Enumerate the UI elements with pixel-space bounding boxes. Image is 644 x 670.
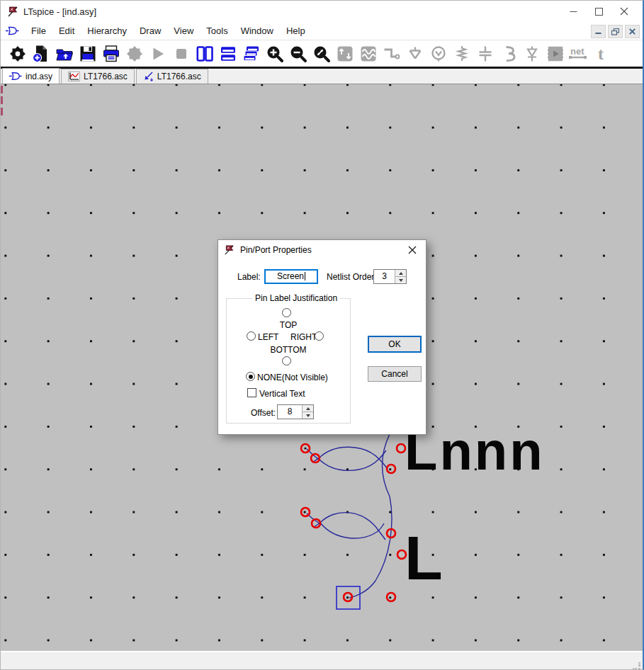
- zoom-out-button[interactable]: [286, 43, 310, 64]
- menu-item-help[interactable]: Help: [280, 23, 312, 38]
- menu-item-hierarchy[interactable]: Hierarchy: [81, 23, 133, 38]
- radio-left-label: LEFT: [258, 332, 278, 342]
- capacitor-button[interactable]: [473, 43, 497, 64]
- waveform-tab-icon: [68, 72, 80, 81]
- zoom-in-icon: [266, 45, 284, 63]
- resistor-icon: [453, 45, 471, 63]
- pin-label-input[interactable]: Screen: [264, 269, 318, 284]
- tab-lt1766-plot[interactable]: LT1766.asc: [61, 69, 135, 84]
- cascade-icon: [242, 45, 261, 63]
- text-button[interactable]: t: [590, 43, 614, 64]
- run-button[interactable]: [146, 43, 169, 64]
- gear-disabled-icon: [125, 45, 144, 63]
- diode-button[interactable]: [520, 43, 543, 64]
- netlist-order-spinner[interactable]: 3: [373, 269, 407, 284]
- vertical-text-checkbox[interactable]: [247, 388, 256, 397]
- zoom-in-button[interactable]: [263, 43, 286, 64]
- tab-label: ind.asy: [26, 72, 52, 81]
- tab-bar: ind.asy LT1766.asc LT1766.a: [1, 69, 643, 84]
- ltspice-window: LTspice - [ind.asy] File Edit Hierarchy …: [0, 0, 644, 670]
- window-maximize-button[interactable]: [586, 1, 611, 22]
- netlist-order-caption: Netlist Order:: [327, 272, 377, 282]
- resistor-button[interactable]: [450, 43, 473, 64]
- menu-item-file[interactable]: File: [25, 23, 52, 38]
- autorange-button[interactable]: [333, 43, 356, 64]
- component-button[interactable]: [543, 43, 567, 64]
- open-folder-icon: [55, 45, 74, 63]
- waveform-button[interactable]: [356, 43, 380, 64]
- up-arrow-icon: [306, 407, 310, 410]
- mdi-restore-button[interactable]: [608, 25, 623, 38]
- menu-item-tools[interactable]: Tools: [200, 23, 234, 38]
- schematic-tab-icon: [143, 72, 154, 81]
- offset-down-button[interactable]: [303, 412, 313, 419]
- selected-pin-box[interactable]: [337, 586, 360, 609]
- dialog-close-button[interactable]: [401, 242, 424, 258]
- radio-bottom-label: BOTTOM: [227, 345, 350, 355]
- tile-vertical-icon: [196, 45, 214, 63]
- halt-button[interactable]: [169, 43, 193, 64]
- radio-top[interactable]: [282, 308, 291, 317]
- value-text[interactable]: L: [405, 523, 443, 593]
- menu-item-window[interactable]: Window: [235, 23, 280, 38]
- inductor-button[interactable]: [497, 43, 520, 64]
- offset-value: 8: [278, 405, 302, 419]
- stop-icon: [172, 45, 191, 63]
- offset-up-button[interactable]: [303, 405, 313, 412]
- down-arrow-icon: [399, 279, 403, 282]
- close-icon: [620, 7, 628, 16]
- netlist-order-value: 3: [374, 270, 395, 283]
- open-button[interactable]: [52, 43, 76, 64]
- mdi-minimize-icon: [595, 28, 601, 35]
- capacitor-icon: [476, 45, 495, 63]
- window-minimize-button[interactable]: [560, 1, 586, 22]
- offset-spinner[interactable]: 8: [277, 404, 314, 419]
- mdi-close-button[interactable]: [625, 25, 640, 38]
- save-icon: [79, 45, 97, 63]
- new-symbol-button[interactable]: [29, 43, 52, 64]
- radio-none[interactable]: [246, 372, 255, 381]
- menu-item-view[interactable]: View: [167, 23, 200, 38]
- menu-item-edit[interactable]: Edit: [52, 23, 81, 38]
- window-close-button[interactable]: [611, 1, 637, 22]
- radio-bottom[interactable]: [282, 356, 291, 365]
- print-button[interactable]: [99, 43, 123, 64]
- resize-grip[interactable]: [633, 662, 641, 670]
- up-arrow-icon: [399, 272, 403, 275]
- mdi-minimize-button[interactable]: [591, 25, 606, 38]
- text-caret: [305, 272, 305, 280]
- close-icon: [408, 246, 417, 254]
- play-icon: [149, 45, 167, 63]
- offset-caption: Offset:: [251, 408, 276, 418]
- ok-button[interactable]: OK: [368, 336, 422, 353]
- netlist-order-down-button[interactable]: [395, 277, 406, 283]
- zoom-full-extents-button[interactable]: [310, 43, 333, 64]
- ground-button[interactable]: [403, 43, 426, 64]
- tile-vertical-button[interactable]: [193, 43, 216, 64]
- title-bar: LTspice - [ind.asy]: [1, 1, 643, 22]
- radio-left[interactable]: [247, 331, 256, 341]
- ground-icon: [406, 45, 424, 63]
- menu-item-draw[interactable]: Draw: [133, 23, 167, 38]
- autorange-icon: [336, 45, 354, 63]
- tile-horizontal-button[interactable]: [216, 43, 239, 64]
- tab-lt1766-schematic[interactable]: LT1766.asc: [136, 69, 208, 84]
- pin-port-properties-dialog: Pin/Port Properties Label: Screen Netlis…: [218, 239, 426, 435]
- netlist-order-up-button[interactable]: [395, 270, 406, 277]
- tab-ind-asy[interactable]: ind.asy: [2, 68, 60, 84]
- mdi-close-icon: [629, 28, 635, 35]
- net-flag-icon: [429, 45, 448, 63]
- wire-icon: [383, 45, 401, 63]
- net-name-button[interactable]: net: [567, 43, 590, 64]
- control-panel-gear-icon: [9, 45, 27, 63]
- control-panel-button[interactable]: [6, 43, 29, 64]
- net-flag-button[interactable]: [426, 43, 450, 64]
- dialog-title-bar[interactable]: Pin/Port Properties: [218, 240, 426, 259]
- radio-right[interactable]: [315, 331, 324, 341]
- save-button[interactable]: [76, 43, 99, 64]
- cancel-button[interactable]: Cancel: [368, 366, 422, 382]
- cascade-button[interactable]: [239, 43, 263, 64]
- run-settings-button[interactable]: [123, 43, 146, 64]
- toolbar: net t: [1, 40, 643, 69]
- wire-button[interactable]: [380, 43, 403, 64]
